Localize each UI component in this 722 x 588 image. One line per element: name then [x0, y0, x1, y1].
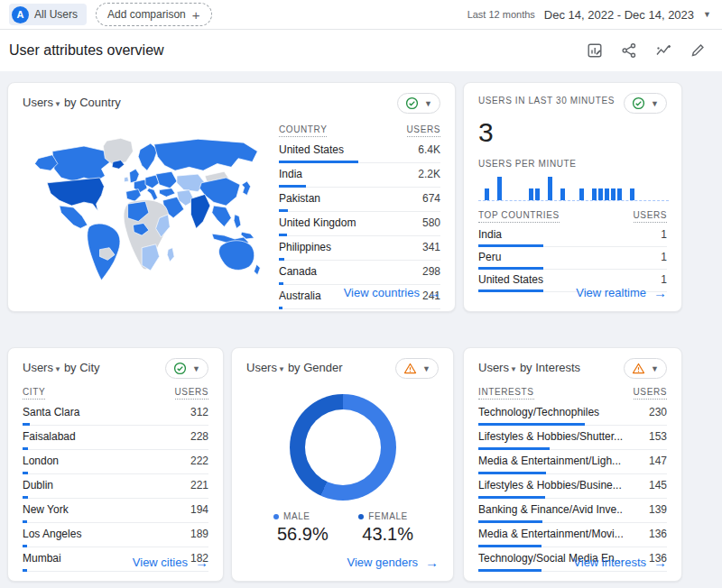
chevron-down-icon: ▼	[422, 364, 430, 373]
table-row: New York194	[23, 499, 208, 523]
table-row: Pakistan674	[279, 188, 440, 212]
city-data-quality-badge[interactable]: ▼	[165, 358, 208, 379]
date-range-value: Dec 14, 2022 - Dec 14, 2023	[544, 8, 694, 22]
users-per-minute-label: USERS PER MINUTE	[478, 159, 667, 169]
realtime-user-count: 3	[478, 117, 667, 147]
table-row: Lifestyles & Hobbies/Busine...145	[478, 474, 667, 499]
plus-icon: +	[192, 7, 200, 23]
chevron-down-icon: ▼	[651, 364, 659, 373]
all-users-chip[interactable]: A All Users	[9, 4, 87, 25]
realtime-card: USERS IN LAST 30 MINUTES ▼ 3 USERS PER M…	[463, 82, 682, 312]
country-data-quality-badge[interactable]: ▼	[397, 93, 440, 114]
users-by-interests-card: Users▼by Interests ▼ INTERESTS USERS Tec…	[463, 347, 682, 582]
table-row: Faisalabad228	[23, 426, 208, 450]
table-row: Los Angeles189	[23, 523, 208, 547]
all-users-chip-label: All Users	[34, 8, 78, 21]
date-range-selector[interactable]: Last 12 months Dec 14, 2022 - Dec 14, 20…	[467, 8, 711, 22]
world-map-choropleth	[23, 128, 268, 289]
gender-data-quality-badge[interactable]: ▼	[395, 358, 439, 379]
add-comparison-button[interactable]: Add comparison +	[96, 3, 211, 26]
table-row: United Kingdom580	[279, 212, 440, 236]
column-header-users: USERS	[407, 124, 440, 137]
comparison-bar: A All Users Add comparison + Last 12 mon…	[0, 0, 722, 30]
chevron-down-icon: ▼	[651, 99, 659, 108]
legend-item-female: FEMALE 43.1%	[358, 511, 413, 545]
table-row: Media & Entertainment/Movi...136	[478, 523, 667, 547]
arrow-right-icon: →	[653, 555, 667, 570]
column-header-users: USERS	[175, 387, 208, 400]
customize-report-icon[interactable]	[587, 42, 603, 59]
table-row: United States6.4K	[279, 139, 440, 163]
metric-dropdown-icon: ▼	[54, 365, 61, 373]
check-circle-icon	[173, 362, 187, 375]
arrow-right-icon: →	[425, 555, 439, 570]
chevron-down-icon: ▼	[424, 99, 432, 108]
realtime-data-quality-badge[interactable]: ▼	[624, 93, 667, 114]
column-header-country: COUNTRY	[279, 124, 327, 137]
table-row: Technology/Technophiles230	[478, 401, 667, 426]
arrow-right-icon: →	[195, 555, 208, 570]
gender-donut-chart	[290, 394, 396, 501]
view-interests-link[interactable]: View interests→	[573, 555, 667, 570]
female-dot-icon	[358, 514, 364, 519]
interests-table: INTERESTS USERS Technology/Technophiles2…	[478, 387, 667, 572]
column-header-city: CITY	[23, 387, 45, 400]
table-row: London222	[23, 450, 208, 474]
column-header-users: USERS	[634, 387, 667, 400]
users-by-gender-card: Users▼by Gender ▼ MALE 56.9%	[231, 347, 454, 582]
city-card-title[interactable]: Users▼by City	[23, 361, 100, 374]
add-comparison-label: Add comparison	[107, 8, 186, 21]
top-countries-table: TOP COUNTRIES USERS India1 Peru1 United …	[478, 210, 667, 292]
edit-pencil-icon[interactable]	[690, 42, 706, 59]
insights-icon[interactable]	[655, 42, 671, 59]
male-percentage: 56.9%	[277, 524, 329, 545]
female-percentage: 43.1%	[362, 524, 413, 545]
column-header-interests: INTERESTS	[478, 387, 534, 400]
view-realtime-link[interactable]: View realtime→	[576, 285, 667, 300]
column-header-top-countries: TOP COUNTRIES	[478, 210, 560, 223]
interests-data-quality-badge[interactable]: ▼	[624, 358, 667, 379]
column-header-users: USERS	[634, 210, 667, 223]
metric-dropdown-icon: ▼	[54, 100, 61, 108]
map-regions	[35, 138, 261, 280]
chevron-down-icon: ▼	[192, 364, 200, 373]
gender-card-title[interactable]: Users▼by Gender	[246, 361, 343, 374]
view-genders-link[interactable]: View genders→	[347, 555, 439, 570]
report-body: Users▼by Country ▼	[0, 71, 722, 582]
country-card-title[interactable]: Users▼by Country	[23, 96, 121, 109]
table-row: India1	[478, 225, 667, 247]
male-dot-icon	[273, 514, 279, 519]
view-cities-link[interactable]: View cities→	[133, 555, 208, 570]
metric-dropdown-icon: ▼	[510, 365, 517, 373]
arrow-right-icon: →	[653, 285, 667, 300]
date-preset-label: Last 12 months	[467, 9, 535, 20]
page-title: User attributes overview	[9, 42, 164, 59]
check-circle-icon	[405, 96, 419, 110]
table-row: Lifestyles & Hobbies/Shutter...153	[478, 426, 667, 450]
metric-dropdown-icon: ▼	[278, 365, 285, 373]
users-per-minute-chart	[478, 176, 669, 201]
realtime-title: USERS IN LAST 30 MINUTES	[478, 96, 615, 106]
share-icon[interactable]	[621, 42, 637, 59]
city-table: CITY USERS Santa Clara312 Faisalabad228 …	[23, 387, 208, 572]
country-table: COUNTRY USERS United States6.4K India2.2…	[279, 124, 440, 309]
report-header: User attributes overview	[0, 30, 722, 71]
users-by-country-card: Users▼by Country ▼	[7, 82, 456, 312]
table-row: Banking & Finance/Avid Inve...139	[478, 499, 667, 523]
gender-legend: MALE 56.9% FEMALE 43.1%	[246, 511, 439, 545]
table-row: Santa Clara312	[23, 401, 208, 426]
warning-triangle-icon	[403, 362, 417, 375]
arrow-right-icon: →	[427, 285, 440, 300]
users-by-city-card: Users▼by City ▼ CITY USERS Santa Clara31…	[7, 347, 224, 582]
table-row: Philippines341	[279, 236, 440, 261]
legend-item-male: MALE 56.9%	[273, 511, 329, 545]
table-row: Canada298	[279, 261, 440, 285]
chevron-down-icon: ▼	[703, 10, 711, 19]
interests-card-title[interactable]: Users▼by Interests	[478, 361, 580, 374]
table-row: Media & Entertainment/Ligh...147	[478, 450, 667, 474]
audience-avatar-icon: A	[12, 6, 29, 23]
check-circle-icon	[632, 96, 645, 110]
table-row: India2.2K	[279, 163, 440, 188]
table-row: Peru1	[478, 247, 667, 270]
view-countries-link[interactable]: View countries→	[344, 285, 440, 300]
